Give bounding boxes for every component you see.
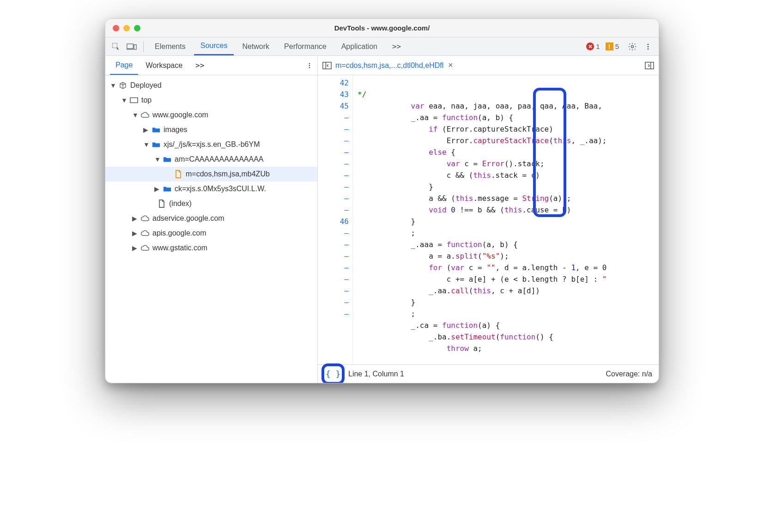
- frame-icon: [129, 97, 139, 103]
- file-icon: [157, 200, 166, 208]
- tab-elements[interactable]: Elements: [148, 37, 192, 55]
- tab-sources[interactable]: Sources: [194, 37, 234, 55]
- pretty-print-button[interactable]: { }: [321, 363, 345, 383]
- tree-item-xjs-folder[interactable]: ▼xjs/_/js/k=xjs.s.en_GB.-b6YM: [105, 137, 317, 152]
- tree-item-top[interactable]: ▼top: [105, 93, 317, 108]
- folder-icon: [152, 127, 161, 133]
- error-count[interactable]: ✕ 1: [586, 42, 600, 50]
- svg-point-9: [309, 65, 310, 66]
- cloud-icon: [140, 230, 150, 236]
- cube-icon: [118, 81, 127, 90]
- svg-rect-1: [127, 44, 133, 48]
- tabs-overflow-button[interactable]: >>: [386, 37, 407, 55]
- device-toolbar-icon[interactable]: [125, 40, 139, 54]
- tree-item-apis[interactable]: ▶apis.google.com: [105, 226, 317, 241]
- navigator-tab-page[interactable]: Page: [110, 56, 138, 75]
- cursor-position: Line 1, Column 1: [348, 370, 404, 378]
- svg-point-6: [647, 46, 649, 47]
- tree-item-images[interactable]: ▶images: [105, 122, 317, 137]
- tab-network[interactable]: Network: [236, 37, 276, 55]
- inspect-element-icon[interactable]: [109, 40, 123, 54]
- warning-count[interactable]: ! 5: [606, 42, 619, 50]
- file-icon: [174, 170, 183, 178]
- main-toolbar: Elements Sources Network Performance App…: [105, 37, 659, 56]
- cloud-icon: [140, 245, 150, 251]
- tree-item-selected-file[interactable]: m=cdos,hsm,jsa,mb4ZUb: [105, 167, 317, 181]
- tree-item-deployed[interactable]: ▼Deployed: [105, 78, 317, 93]
- tree-item-gstatic[interactable]: ▶www.gstatic.com: [105, 241, 317, 255]
- svg-rect-11: [130, 98, 138, 103]
- navigator-menu-icon[interactable]: [306, 62, 313, 69]
- code-editor[interactable]: */ var eaa, naa, jaa, oaa, paa, qaa, Aaa…: [353, 75, 659, 364]
- error-icon: ✕: [586, 42, 594, 50]
- folder-icon: [163, 186, 172, 192]
- line-gutter[interactable]: 424345–––––––––46––––––––: [318, 75, 353, 364]
- close-tab-icon[interactable]: ×: [448, 60, 453, 70]
- cloud-icon: [140, 215, 150, 222]
- open-file-tab[interactable]: m=cdos,hsm,jsa,...c,dtl0hd,eHDfl ×: [335, 60, 453, 70]
- svg-point-5: [647, 43, 649, 45]
- tree-item-adservice[interactable]: ▶adservice.google.com: [105, 211, 317, 226]
- svg-point-4: [631, 45, 634, 48]
- tab-application[interactable]: Application: [335, 37, 384, 55]
- cloud-icon: [140, 112, 150, 118]
- kebab-menu-icon[interactable]: [641, 40, 655, 54]
- warning-icon: !: [606, 42, 613, 50]
- folder-icon: [163, 156, 172, 163]
- svg-point-10: [309, 66, 310, 68]
- coverage-status: Coverage: n/a: [606, 370, 652, 378]
- svg-point-7: [647, 48, 649, 49]
- toggle-debugger-icon[interactable]: [645, 61, 654, 70]
- navigator-tab-workspace[interactable]: Workspace: [140, 56, 188, 75]
- svg-point-8: [309, 63, 310, 64]
- window-title: DevTools - www.google.com/: [105, 24, 659, 32]
- toggle-navigator-icon[interactable]: [322, 61, 332, 70]
- settings-icon[interactable]: [625, 40, 639, 54]
- tree-item-am-folder[interactable]: ▼am=CAAAAAAAAAAAAAA: [105, 152, 317, 167]
- tree-item-google[interactable]: ▼www.google.com: [105, 108, 317, 122]
- navigator-overflow-button[interactable]: >>: [190, 56, 210, 75]
- file-tree: ▼Deployed ▼top ▼www.google.com ▶images ▼…: [105, 75, 317, 383]
- tree-item-ck-folder[interactable]: ▶ck=xjs.s.0Mx5ys3sCUI.L.W.: [105, 181, 317, 196]
- tree-item-index[interactable]: (index): [105, 196, 317, 211]
- folder-icon: [152, 141, 161, 148]
- tab-performance[interactable]: Performance: [278, 37, 333, 55]
- svg-rect-3: [134, 44, 136, 49]
